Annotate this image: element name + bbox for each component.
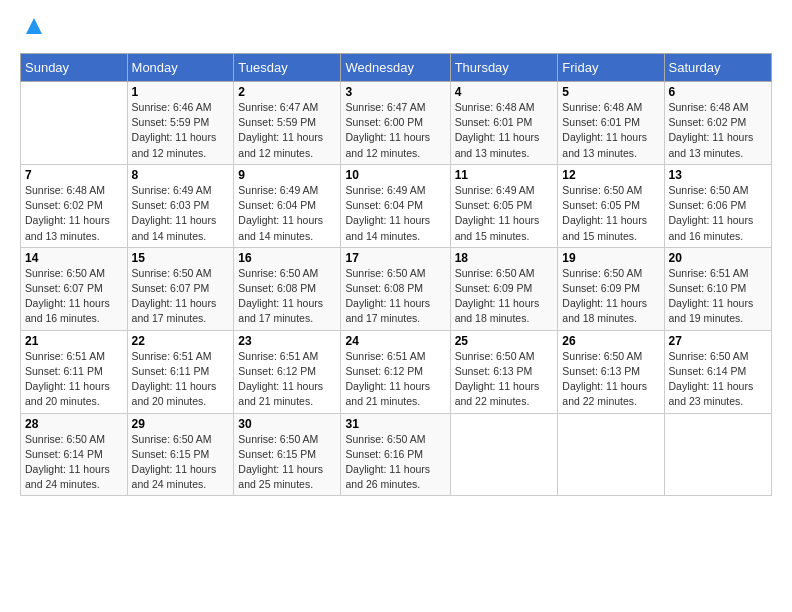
calendar-header-row: SundayMondayTuesdayWednesdayThursdayFrid… — [21, 54, 772, 82]
day-info: Sunrise: 6:50 AM Sunset: 6:14 PM Dayligh… — [25, 432, 123, 493]
day-number: 20 — [669, 251, 767, 265]
day-info: Sunrise: 6:47 AM Sunset: 6:00 PM Dayligh… — [345, 100, 445, 161]
day-info: Sunrise: 6:48 AM Sunset: 6:01 PM Dayligh… — [455, 100, 554, 161]
day-number: 24 — [345, 334, 445, 348]
page-container: SundayMondayTuesdayWednesdayThursdayFrid… — [0, 0, 792, 506]
day-number: 8 — [132, 168, 230, 182]
day-info: Sunrise: 6:48 AM Sunset: 6:01 PM Dayligh… — [562, 100, 659, 161]
calendar-cell: 10Sunrise: 6:49 AM Sunset: 6:04 PM Dayli… — [341, 164, 450, 247]
day-info: Sunrise: 6:48 AM Sunset: 6:02 PM Dayligh… — [669, 100, 767, 161]
day-number: 28 — [25, 417, 123, 431]
day-number: 1 — [132, 85, 230, 99]
calendar-cell — [664, 413, 771, 496]
day-info: Sunrise: 6:51 AM Sunset: 6:12 PM Dayligh… — [345, 349, 445, 410]
day-number: 2 — [238, 85, 336, 99]
header-day-wednesday: Wednesday — [341, 54, 450, 82]
calendar-cell: 24Sunrise: 6:51 AM Sunset: 6:12 PM Dayli… — [341, 330, 450, 413]
calendar-cell: 6Sunrise: 6:48 AM Sunset: 6:02 PM Daylig… — [664, 82, 771, 165]
day-info: Sunrise: 6:49 AM Sunset: 6:04 PM Dayligh… — [238, 183, 336, 244]
week-row-1: 1Sunrise: 6:46 AM Sunset: 5:59 PM Daylig… — [21, 82, 772, 165]
calendar-cell: 14Sunrise: 6:50 AM Sunset: 6:07 PM Dayli… — [21, 247, 128, 330]
day-info: Sunrise: 6:51 AM Sunset: 6:11 PM Dayligh… — [25, 349, 123, 410]
calendar-cell: 31Sunrise: 6:50 AM Sunset: 6:16 PM Dayli… — [341, 413, 450, 496]
calendar-cell: 13Sunrise: 6:50 AM Sunset: 6:06 PM Dayli… — [664, 164, 771, 247]
calendar-table: SundayMondayTuesdayWednesdayThursdayFrid… — [20, 53, 772, 496]
day-number: 3 — [345, 85, 445, 99]
day-info: Sunrise: 6:50 AM Sunset: 6:14 PM Dayligh… — [669, 349, 767, 410]
day-info: Sunrise: 6:47 AM Sunset: 5:59 PM Dayligh… — [238, 100, 336, 161]
calendar-cell: 25Sunrise: 6:50 AM Sunset: 6:13 PM Dayli… — [450, 330, 558, 413]
day-number: 7 — [25, 168, 123, 182]
day-info: Sunrise: 6:50 AM Sunset: 6:08 PM Dayligh… — [238, 266, 336, 327]
day-number: 31 — [345, 417, 445, 431]
day-number: 15 — [132, 251, 230, 265]
day-info: Sunrise: 6:50 AM Sunset: 6:15 PM Dayligh… — [132, 432, 230, 493]
calendar-cell: 23Sunrise: 6:51 AM Sunset: 6:12 PM Dayli… — [234, 330, 341, 413]
day-info: Sunrise: 6:51 AM Sunset: 6:10 PM Dayligh… — [669, 266, 767, 327]
day-info: Sunrise: 6:50 AM Sunset: 6:08 PM Dayligh… — [345, 266, 445, 327]
calendar-cell: 18Sunrise: 6:50 AM Sunset: 6:09 PM Dayli… — [450, 247, 558, 330]
day-number: 19 — [562, 251, 659, 265]
header-day-friday: Friday — [558, 54, 664, 82]
calendar-cell: 12Sunrise: 6:50 AM Sunset: 6:05 PM Dayli… — [558, 164, 664, 247]
logo-icon — [22, 16, 46, 40]
day-number: 9 — [238, 168, 336, 182]
calendar-cell: 17Sunrise: 6:50 AM Sunset: 6:08 PM Dayli… — [341, 247, 450, 330]
day-number: 25 — [455, 334, 554, 348]
day-number: 14 — [25, 251, 123, 265]
day-info: Sunrise: 6:50 AM Sunset: 6:09 PM Dayligh… — [455, 266, 554, 327]
day-info: Sunrise: 6:51 AM Sunset: 6:12 PM Dayligh… — [238, 349, 336, 410]
day-number: 26 — [562, 334, 659, 348]
week-row-3: 14Sunrise: 6:50 AM Sunset: 6:07 PM Dayli… — [21, 247, 772, 330]
calendar-cell: 8Sunrise: 6:49 AM Sunset: 6:03 PM Daylig… — [127, 164, 234, 247]
day-number: 23 — [238, 334, 336, 348]
calendar-cell: 21Sunrise: 6:51 AM Sunset: 6:11 PM Dayli… — [21, 330, 128, 413]
calendar-cell: 4Sunrise: 6:48 AM Sunset: 6:01 PM Daylig… — [450, 82, 558, 165]
calendar-cell: 2Sunrise: 6:47 AM Sunset: 5:59 PM Daylig… — [234, 82, 341, 165]
day-number: 29 — [132, 417, 230, 431]
calendar-cell: 22Sunrise: 6:51 AM Sunset: 6:11 PM Dayli… — [127, 330, 234, 413]
calendar-cell — [558, 413, 664, 496]
day-number: 11 — [455, 168, 554, 182]
calendar-cell: 7Sunrise: 6:48 AM Sunset: 6:02 PM Daylig… — [21, 164, 128, 247]
calendar-cell: 27Sunrise: 6:50 AM Sunset: 6:14 PM Dayli… — [664, 330, 771, 413]
day-info: Sunrise: 6:50 AM Sunset: 6:15 PM Dayligh… — [238, 432, 336, 493]
header-day-saturday: Saturday — [664, 54, 771, 82]
day-number: 5 — [562, 85, 659, 99]
calendar-cell: 26Sunrise: 6:50 AM Sunset: 6:13 PM Dayli… — [558, 330, 664, 413]
day-number: 10 — [345, 168, 445, 182]
calendar-cell: 19Sunrise: 6:50 AM Sunset: 6:09 PM Dayli… — [558, 247, 664, 330]
week-row-5: 28Sunrise: 6:50 AM Sunset: 6:14 PM Dayli… — [21, 413, 772, 496]
calendar-cell: 5Sunrise: 6:48 AM Sunset: 6:01 PM Daylig… — [558, 82, 664, 165]
day-number: 4 — [455, 85, 554, 99]
header — [20, 16, 772, 45]
day-number: 22 — [132, 334, 230, 348]
calendar-cell — [21, 82, 128, 165]
day-number: 30 — [238, 417, 336, 431]
day-info: Sunrise: 6:46 AM Sunset: 5:59 PM Dayligh… — [132, 100, 230, 161]
day-info: Sunrise: 6:50 AM Sunset: 6:05 PM Dayligh… — [562, 183, 659, 244]
day-info: Sunrise: 6:50 AM Sunset: 6:07 PM Dayligh… — [132, 266, 230, 327]
day-number: 12 — [562, 168, 659, 182]
day-number: 21 — [25, 334, 123, 348]
day-info: Sunrise: 6:50 AM Sunset: 6:06 PM Dayligh… — [669, 183, 767, 244]
header-day-thursday: Thursday — [450, 54, 558, 82]
day-info: Sunrise: 6:50 AM Sunset: 6:13 PM Dayligh… — [455, 349, 554, 410]
day-info: Sunrise: 6:51 AM Sunset: 6:11 PM Dayligh… — [132, 349, 230, 410]
day-info: Sunrise: 6:49 AM Sunset: 6:05 PM Dayligh… — [455, 183, 554, 244]
day-number: 17 — [345, 251, 445, 265]
calendar-cell: 9Sunrise: 6:49 AM Sunset: 6:04 PM Daylig… — [234, 164, 341, 247]
calendar-cell: 29Sunrise: 6:50 AM Sunset: 6:15 PM Dayli… — [127, 413, 234, 496]
calendar-cell: 1Sunrise: 6:46 AM Sunset: 5:59 PM Daylig… — [127, 82, 234, 165]
week-row-2: 7Sunrise: 6:48 AM Sunset: 6:02 PM Daylig… — [21, 164, 772, 247]
calendar-cell: 15Sunrise: 6:50 AM Sunset: 6:07 PM Dayli… — [127, 247, 234, 330]
day-number: 6 — [669, 85, 767, 99]
day-number: 18 — [455, 251, 554, 265]
day-number: 16 — [238, 251, 336, 265]
day-info: Sunrise: 6:50 AM Sunset: 6:16 PM Dayligh… — [345, 432, 445, 493]
header-day-monday: Monday — [127, 54, 234, 82]
week-row-4: 21Sunrise: 6:51 AM Sunset: 6:11 PM Dayli… — [21, 330, 772, 413]
calendar-cell: 28Sunrise: 6:50 AM Sunset: 6:14 PM Dayli… — [21, 413, 128, 496]
calendar-cell: 30Sunrise: 6:50 AM Sunset: 6:15 PM Dayli… — [234, 413, 341, 496]
calendar-cell: 16Sunrise: 6:50 AM Sunset: 6:08 PM Dayli… — [234, 247, 341, 330]
